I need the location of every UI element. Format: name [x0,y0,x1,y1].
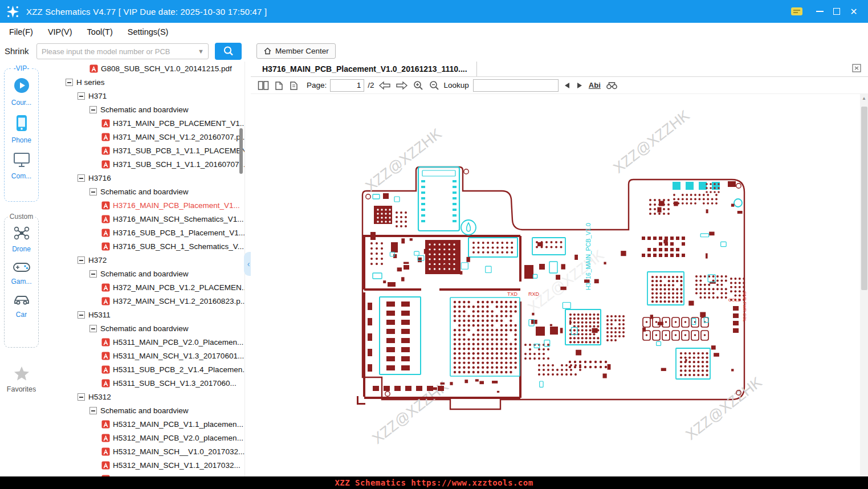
pdf-icon [101,160,110,169]
prev-page-icon[interactable] [378,81,391,90]
minimize-button[interactable] [811,3,828,20]
tree-item-node[interactable]: H5311 [43,308,244,321]
favorites-label: Favorites [7,385,36,393]
collapse-minus-icon[interactable] [89,270,97,278]
collapse-minus-icon[interactable] [89,188,97,195]
search-input[interactable] [37,47,198,56]
gamepad-icon [13,261,30,275]
scroll-thumb[interactable] [861,107,867,290]
sidebar-item-car[interactable]: Car [5,294,38,319]
tree-item-pdf[interactable]: H371_SUB_SCH_1_V1.1_20160707.... [43,157,244,171]
tree-item-pdf[interactable]: H5312_MAIN_PCB_V1.1_placemen... [43,417,244,431]
collapse-minus-icon[interactable] [89,325,97,332]
sidebar-item-drone[interactable]: Drone [5,225,38,253]
tree-item-pdf[interactable]: H371_MAIN_PCB_PLACEMENT_V1... [43,116,244,130]
tree-item-pdf[interactable]: H3716_SUB_SCH_1_Schematics_V... [43,239,244,253]
sidebar-item-game[interactable]: Gam... [5,261,38,286]
pdf-icon [101,297,110,305]
match-case-icon[interactable]: Abi [589,81,601,89]
menu-item-settings[interactable]: Settings(S) [120,25,176,39]
tree-item-pdf[interactable]: H371_MAIN_SCH_V1.2_20160707.p... [43,130,244,144]
pcb-canvas[interactable]: XZZ@XZZHKXZZ@XZZHKXZZ@XZZHKXZZ@XZZHKXZZ@… [251,94,868,476]
tree-item-node[interactable]: Schematic and boardview [43,103,244,116]
computer-icon [13,152,30,170]
sidebar-item-favorites[interactable]: Favorites [0,366,43,393]
pdf-icon [101,201,110,210]
tree-scrollbar[interactable] [239,128,243,174]
collapse-minus-icon[interactable] [78,174,85,182]
tree-item-pdf[interactable]: H5312_MAIN_PCB_V2.0_placemen... [43,431,244,445]
tree-item-node[interactable]: H3716 [43,171,244,185]
next-page-icon[interactable] [396,81,408,90]
binoculars-icon[interactable] [606,81,618,89]
sidebar-item-label: Cour... [11,99,31,107]
page-copy-icon[interactable] [288,80,299,91]
shrink-button[interactable]: Shrink [5,46,29,56]
tree-item-pdf[interactable]: H3716_MAIN_SCH_Schematics_V1... [43,212,244,226]
search-button[interactable] [215,43,242,60]
pdf-icon [101,447,110,456]
collapse-minus-icon[interactable] [78,393,85,401]
pdf-icon [89,64,98,73]
tree-item-node[interactable]: Schematic and boardview [43,404,244,417]
tree-item-label: H3716 [88,174,111,182]
tree-item-node[interactable]: Schematic and boardview [43,321,244,335]
tree-item-pdf[interactable]: H372_MAIN_PCB_V1.2_PLACEMEN... [43,280,244,294]
page-up-icon[interactable] [274,80,284,91]
maximize-button[interactable] [828,3,845,20]
collapse-minus-icon[interactable] [78,256,85,264]
tree-item-node[interactable]: Schematic and boardview [43,185,244,198]
tree-item-pdf[interactable]: H5311_SUB_PCB_2_V1.4_Placemen... [43,362,244,376]
sidebar-item-phone[interactable]: Phone [5,115,38,144]
tree-item-pdf[interactable]: G808_SUB_SCH_V1.0_20141215.pdf [43,62,244,75]
collapse-minus-icon[interactable] [89,106,97,113]
collapse-minus-icon[interactable] [89,407,97,414]
svg-text:COLD: COLD [728,298,741,303]
menu-item-vip[interactable]: VIP(V) [40,25,80,39]
tree-item-pdf[interactable]: H5311_MAIN_PCB_V2.0_Placemen... [43,335,244,349]
zoom-in-icon[interactable] [413,80,424,91]
zoom-out-icon[interactable] [429,80,440,91]
close-document-icon[interactable] [852,64,862,73]
find-prev-icon[interactable] [563,82,571,89]
scroll-up-icon[interactable]: ▲ [860,96,868,101]
collapse-minus-icon[interactable] [78,311,85,319]
sidebar-item-course[interactable]: Cour... [5,77,38,107]
pdf-icon [101,434,110,442]
collapse-minus-icon[interactable] [78,92,85,100]
find-next-icon[interactable] [576,82,584,89]
chevron-down-icon[interactable]: ▼ [198,48,204,55]
pdf-icon [101,379,110,388]
close-button[interactable]: ✕ [845,3,862,20]
tree-item-pdf[interactable]: H5312_MAIN_SCH_V1.1_2017032... [43,458,244,472]
two-page-view-icon[interactable] [258,80,269,91]
lookup-input[interactable] [473,79,559,92]
tree-item-pdf[interactable]: H3716_MAIN_PCB_Placement_V1... [43,198,244,212]
tree-item-node[interactable]: H371 [43,89,244,103]
vip-card-icon[interactable] [790,6,803,17]
vertical-scrollbar[interactable]: ▲ [860,94,868,476]
tree-item-pdf[interactable]: H5312_MAIN_SCH__V1.0_2017032... [43,445,244,458]
member-center-button[interactable]: Member Center [256,43,336,59]
tree-item-node[interactable]: H5312 [43,390,244,404]
svg-text:GND PWR COL: GND PWR COL [742,291,747,322]
tree-item-label: H5311_SUB_PCB_2_V1.4_Placemen... [113,365,245,374]
tree-item-pdf[interactable]: H372_MAIN_SCH_V1.2_20160823.p... [43,294,244,308]
tree-item-node[interactable]: H series [43,75,244,89]
tree-item-pdf[interactable]: H5311_MAIN_SCH_V1.3_20170601... [43,349,244,362]
tree-item-pdf[interactable]: H5311_SUB_SCH_V1.3_2017060... [43,376,244,390]
menu-item-tool[interactable]: Tool(T) [80,25,120,39]
sidebar-item-computer[interactable]: Com... [5,152,38,180]
page-number-input[interactable] [330,79,364,92]
tree-item-node[interactable]: H372 [43,253,244,267]
app-window: XZZ Schematics V4.77 [ VIP Due date: 202… [0,0,868,489]
tree-item-node[interactable]: Schematic and boardview [43,267,244,280]
menu-item-file[interactable]: File(F) [2,25,40,39]
document-tab[interactable]: H3716_MAIN_PCB_Placement_V1.0_20161213_1… [258,62,477,76]
tree-item-pdf[interactable]: H371_SUB_PCB_1_V1.1_PLACEMEN... [43,144,244,157]
tree-item-label: H371_SUB_SCH_1_V1.1_20160707.... [113,160,245,169]
tree-item-pdf[interactable]: H5312_SUB_PCB_1_V1.0_placeme... [43,472,244,476]
pdf-icon [101,229,110,237]
tree-item-pdf[interactable]: H3716_SUB_PCB_1_Placement_V1... [43,226,244,239]
collapse-minus-icon[interactable] [66,79,73,86]
